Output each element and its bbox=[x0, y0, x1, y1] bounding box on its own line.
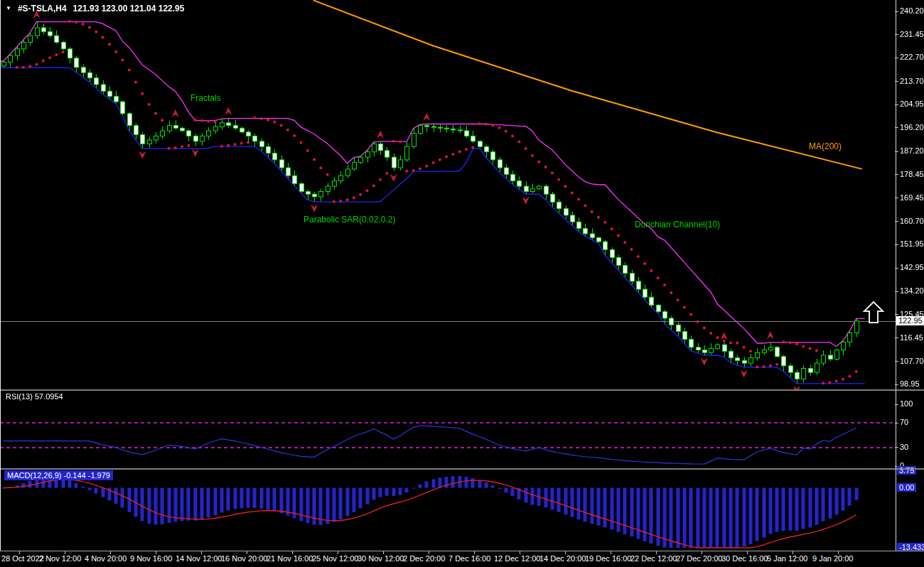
macd-axis-label: 0.00 bbox=[897, 483, 916, 492]
time-axis-label: 22 Dec 12:00 bbox=[630, 554, 677, 563]
rsi-macd-separator[interactable] bbox=[0, 468, 924, 470]
price-axis-label: 116.45 bbox=[900, 333, 923, 342]
price-axis-label: 160.70 bbox=[900, 217, 924, 225]
ma200-indicator-label: MA(200) bbox=[809, 141, 842, 151]
up-arrow-icon[interactable] bbox=[863, 301, 884, 324]
time-axis-label: 2 Nov 12:00 bbox=[39, 554, 81, 563]
parabolic-sar-indicator-label: Parabolic SAR(0.02,0.2) bbox=[303, 215, 395, 225]
time-axis-label: 30 Dec 16:00 bbox=[721, 554, 768, 563]
chart-symbol-title: #S-TSLA,H4 bbox=[18, 4, 67, 14]
time-axis-label: 4 Nov 20:00 bbox=[85, 554, 127, 563]
time-axis-label: 30 Nov 12:00 bbox=[358, 554, 404, 563]
price-axis-label: 178.45 bbox=[900, 170, 924, 178]
price-axis-label: 213.70 bbox=[900, 77, 924, 85]
price-axis-label: 151.95 bbox=[900, 239, 924, 248]
price-axis-label: 98.95 bbox=[900, 379, 920, 388]
price-axis-label: 240.20 bbox=[900, 6, 924, 15]
rsi-panel-canvas[interactable] bbox=[0, 391, 896, 468]
up-arrow-shape bbox=[864, 302, 883, 323]
time-axis-label: 7 Dec 16:00 bbox=[448, 554, 490, 563]
price-axis-separator bbox=[896, 0, 896, 551]
time-axis-label: 9 Jan 20:00 bbox=[812, 554, 854, 563]
macd-panel-canvas[interactable] bbox=[0, 470, 896, 551]
time-axis-label: 12 Dec 12:00 bbox=[494, 554, 540, 563]
main-rsi-separator[interactable] bbox=[0, 389, 924, 391]
trading-chart-window: ▼ #S-TSLA,H4 121.93 123.00 121.04 122.95… bbox=[0, 0, 924, 567]
price-axis-label: 204.95 bbox=[900, 99, 924, 108]
time-axis-label: 14 Dec 20:00 bbox=[539, 554, 586, 563]
price-axis-label: 222.70 bbox=[900, 53, 924, 61]
time-axis-label: 27 Dec 20:00 bbox=[676, 554, 722, 563]
price-axis-label: 142.95 bbox=[900, 263, 924, 271]
time-axis-label: 14 Nov 12:00 bbox=[176, 554, 222, 563]
rsi-axis-label: 70 bbox=[900, 418, 908, 426]
symbol-dropdown-icon[interactable]: ▼ bbox=[6, 6, 11, 11]
macd-axis-label: 3.75 bbox=[897, 466, 916, 475]
price-axis-label: 169.45 bbox=[900, 193, 924, 202]
time-axis-label: 21 Nov 16:00 bbox=[267, 554, 313, 563]
time-axis-label: 28 Oct 2022 bbox=[1, 554, 44, 563]
macd-header: MACD(12,26,9) -0.144 -1.979 bbox=[4, 470, 113, 480]
time-axis-label: 9 Nov 16:00 bbox=[130, 554, 172, 563]
price-axis-label: 107.70 bbox=[900, 357, 924, 365]
rsi-axis-label: 100 bbox=[900, 399, 913, 408]
time-axis-label: 25 Nov 12:00 bbox=[312, 554, 358, 563]
time-axis-label: 19 Dec 16:00 bbox=[585, 554, 631, 563]
timeaxis-separator bbox=[0, 551, 924, 551]
time-axis-label: 5 Jan 12:00 bbox=[767, 554, 808, 563]
window-left-border bbox=[0, 0, 1, 551]
main-chart-canvas[interactable] bbox=[0, 0, 896, 389]
fractals-indicator-label: Fractals bbox=[190, 93, 221, 103]
time-axis-label: 2 Dec 20:00 bbox=[403, 554, 445, 563]
chart-title-bar: ▼ #S-TSLA,H4 121.93 123.00 121.04 122.95 bbox=[6, 4, 184, 14]
price-axis-label: 196.20 bbox=[900, 123, 924, 131]
chart-ohlc-values: 121.93 123.00 121.04 122.95 bbox=[73, 4, 185, 14]
rsi-axis-label: 30 bbox=[900, 443, 908, 451]
donchian-indicator-label: Donchian Channel(10) bbox=[635, 220, 720, 230]
current-price-label: 122.95 bbox=[896, 316, 924, 325]
time-axis-label: 16 Nov 20:00 bbox=[221, 554, 267, 563]
price-axis-label: 187.20 bbox=[900, 146, 924, 155]
rsi-header: RSI(13) 57.0954 bbox=[6, 392, 63, 401]
price-axis-label: 134.20 bbox=[900, 286, 924, 295]
price-axis-label: 231.45 bbox=[900, 30, 924, 38]
